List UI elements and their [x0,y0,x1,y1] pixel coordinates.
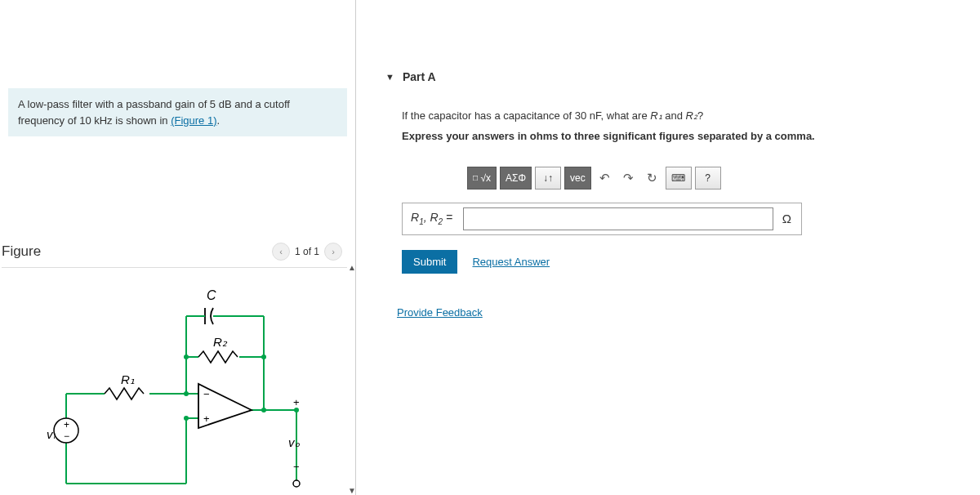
keyboard-button[interactable]: ⌨ [666,167,692,190]
circuit-figure: + − [0,279,355,495]
svg-text:−: − [203,388,210,400]
figure-next-button[interactable]: › [324,243,342,261]
request-answer-link[interactable]: Request Answer [472,256,550,268]
vec-button[interactable]: vec [564,167,591,190]
part-collapse-icon[interactable]: ▼ [385,72,394,82]
answer-instruction: Express your answers in ohms to three si… [402,130,956,142]
subscript-button[interactable]: ↓↑ [535,167,561,190]
figure-link[interactable]: (Figure 1) [171,114,216,127]
help-button[interactable]: ? [695,167,721,190]
svg-point-21 [261,408,266,412]
label-R1: R₁ [121,372,135,386]
figure-prev-button[interactable]: ‹ [272,243,290,261]
svg-point-34 [293,480,300,487]
figure-counter: 1 of 1 [295,246,319,257]
answer-input[interactable] [463,207,773,230]
greek-button[interactable]: ΑΣΦ [500,167,532,190]
problem-statement: A low-pass filter with a passband gain o… [8,88,347,136]
figure-title: Figure [2,243,41,260]
question-text: If the capacitor has a capacitance of 30… [402,108,956,125]
reset-button[interactable]: ↻ [642,167,662,190]
equation-toolbar: □ √x ΑΣΦ ↓↑ vec ↶ ↷ ↻ ⌨ ? [467,167,956,190]
templates-button[interactable]: □ √x [467,167,497,190]
label-vo: vₒ [288,435,301,449]
divider [2,267,347,268]
svg-text:+: + [293,396,300,408]
redo-button[interactable]: ↷ [618,167,639,190]
svg-text:−: − [64,430,69,442]
provide-feedback-link[interactable]: Provide Feedback [397,306,483,319]
label-vi: vᵢ [47,427,56,441]
answer-label: R1, R2 = [403,211,461,226]
undo-button[interactable]: ↶ [595,167,615,190]
answer-unit: Ω [776,212,801,225]
svg-text:+: + [64,419,69,430]
svg-point-20 [261,355,266,359]
label-C: C [207,288,216,302]
svg-text:−: − [293,461,300,473]
svg-point-19 [184,416,189,421]
part-title: Part A [403,70,436,83]
svg-text:+: + [203,412,210,425]
answer-row: R1, R2 = Ω [402,203,802,235]
label-R2: R₂ [213,335,228,349]
submit-button[interactable]: Submit [402,250,457,274]
svg-point-18 [184,355,189,359]
svg-point-17 [184,391,189,396]
